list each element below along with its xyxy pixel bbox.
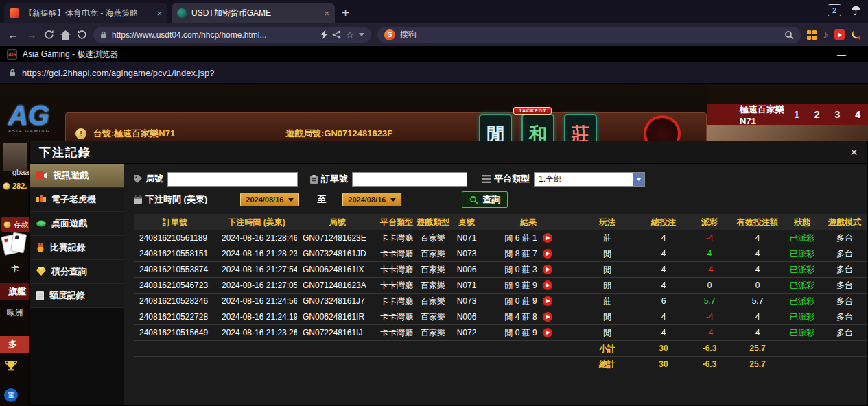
cell-total-bet: 4	[640, 312, 687, 322]
sidebar-item-slots[interactable]: 電子老虎機	[30, 188, 124, 212]
video-app-icon[interactable]	[834, 29, 845, 40]
cell-total-bet: 6	[640, 296, 687, 306]
cell-table-number: N071	[451, 233, 482, 243]
select-arrow-icon[interactable]	[633, 173, 644, 186]
cell-table-number: N073	[451, 249, 482, 259]
hall-item-europe[interactable]: 歐洲	[7, 307, 23, 319]
play-icon[interactable]	[543, 296, 552, 306]
cell-platform: 卡卡灣廳	[378, 327, 415, 339]
cell-round: GN006248161IX	[297, 265, 378, 274]
cell-game-type: 百家樂	[415, 232, 451, 244]
hall-item[interactable]: 卡	[11, 263, 19, 275]
cell-round: GN073248161JD	[297, 249, 378, 259]
sidebar-item-points-query[interactable]: 積分查詢	[30, 260, 124, 284]
bet-time-label: 下注時間 (美東)	[134, 193, 207, 206]
hall-item-electronic[interactable]: 電	[4, 388, 18, 402]
cell-status: 已派彩	[783, 232, 821, 244]
apps-grid-icon[interactable]	[807, 30, 817, 40]
sidebar-item-credit-records[interactable]: 額度記錄	[30, 284, 124, 308]
cell-play-type: 莊	[574, 296, 640, 307]
magnifier-icon[interactable]	[784, 30, 794, 40]
table-row: 240816210522728 2024-08-16 21:24:19 GN00…	[134, 309, 867, 325]
date-to-picker[interactable]: 2024/08/16	[342, 193, 401, 206]
cell-time: 2024-08-16 21:27:54	[216, 265, 297, 274]
cell-result: 閒 8 莊 7	[482, 248, 574, 260]
trophy-icon[interactable]	[4, 359, 18, 376]
cell-valid-bet: 4	[732, 233, 783, 243]
share-icon[interactable]	[332, 30, 341, 39]
home-icon[interactable]	[60, 30, 71, 40]
cell-play-type: 閒	[574, 311, 640, 323]
browser-tab-usdt-game[interactable]: USDT加密货币GAME ×	[172, 3, 335, 23]
sidebar-item-video-games[interactable]: 視訊遊戲	[30, 164, 124, 188]
table-body: 240816210561189 2024-08-16 21:28:46 GN07…	[134, 230, 867, 341]
music-icon[interactable]: ♪	[823, 29, 828, 41]
camera-icon	[36, 171, 47, 180]
play-icon[interactable]	[543, 265, 552, 274]
cell-game-type: 百家樂	[415, 280, 451, 291]
refresh-icon[interactable]	[44, 29, 54, 40]
lightning-icon[interactable]	[321, 30, 327, 39]
browser-tab-bar: 【新提醒】体育电竞 - 海燕策略 × USDT加密货币GAME × + 2	[0, 0, 868, 23]
jackpot-badge: JACKPOT	[513, 107, 552, 115]
star-icon[interactable]: ☆	[346, 29, 354, 40]
new-tab-button[interactable]: +	[342, 5, 349, 21]
total-label: 總計	[574, 359, 640, 370]
result-text: 閒 6 莊 1	[504, 232, 537, 244]
address-bar[interactable]: https://www.usdt04.com/hhcp/home.html...…	[93, 27, 371, 43]
platform-select[interactable]: 1.全部	[534, 172, 645, 187]
window-count-badge[interactable]: 2	[828, 4, 841, 16]
cell-payout: 5.7	[687, 296, 732, 306]
date-from-picker[interactable]: 2024/08/16	[240, 193, 299, 206]
avatar[interactable]	[3, 143, 27, 171]
cell-game-mode: 多台	[821, 327, 867, 339]
cell-time: 2024-08-16 21:24:56	[216, 296, 297, 306]
play-icon[interactable]	[543, 249, 552, 259]
play-icon[interactable]	[543, 312, 552, 322]
hall-item-flagship[interactable]: 旗艦	[0, 283, 29, 300]
play-icon[interactable]	[543, 280, 552, 290]
cell-platform: 卡卡灣廳	[378, 280, 415, 291]
cell-time: 2024-08-16 21:27:05	[216, 280, 297, 290]
cell-round: GN072248161IJ	[297, 328, 378, 337]
round-input[interactable]	[167, 172, 298, 187]
back-icon[interactable]: ←	[7, 29, 19, 40]
cell-status: 已派彩	[783, 327, 821, 339]
seat-numbers[interactable]: 1 2 3 4	[794, 109, 867, 120]
cell-game-mode: 多台	[821, 264, 867, 276]
cell-valid-bet: 4	[732, 328, 783, 337]
sidebar-item-label: 桌面遊戲	[51, 217, 87, 230]
undo-icon[interactable]	[77, 29, 87, 40]
table-header-row: 訂單號 下注時間 (美東) 局號 平台類型 遊戲類型 桌號 結果 玩法 總投注 …	[134, 214, 867, 230]
sidebar-item-table-games[interactable]: 桌面遊戲	[30, 212, 124, 236]
umbrella-icon[interactable]	[851, 5, 861, 16]
slot-machine-icon	[36, 195, 46, 204]
night-mode-icon[interactable]	[851, 29, 861, 40]
cell-play-type: 閒	[574, 280, 640, 291]
platform-select-value: 1.全部	[535, 174, 633, 185]
close-icon[interactable]: ×	[850, 145, 858, 160]
order-input[interactable]	[352, 172, 467, 187]
play-icon[interactable]	[543, 328, 552, 337]
cell-game-mode: 多台	[821, 296, 867, 307]
app-address-bar[interactable]: https://gci.2hhapi.com/agingame/pcv1/ind…	[0, 62, 868, 84]
hall-item-multi[interactable]: 多	[0, 336, 29, 353]
minimize-icon[interactable]: —	[837, 49, 861, 60]
browser-tab-sports[interactable]: 【新提醒】体育电竞 - 海燕策略 ×	[4, 3, 167, 23]
date-from-value: 2024/08/16	[246, 195, 283, 204]
tab-title: USDT加密货币GAME	[191, 8, 319, 19]
sogou-search-box[interactable]: S 搜狗	[377, 27, 801, 43]
forward-icon[interactable]: →	[25, 29, 38, 40]
close-tab-icon[interactable]: ×	[156, 8, 162, 19]
date-to-value: 2024/08/16	[348, 195, 386, 204]
close-tab-icon[interactable]: ×	[324, 8, 329, 19]
sidebar-item-match-records[interactable]: 比賽記錄	[30, 236, 124, 260]
info-icon[interactable]: !	[75, 128, 86, 139]
cards-icon	[3, 233, 30, 258]
cell-payout: 0	[687, 280, 732, 290]
cell-order: 240816210561189	[134, 233, 216, 243]
chevron-down-icon[interactable]	[359, 33, 364, 36]
query-button[interactable]: 查詢	[462, 191, 508, 208]
play-icon[interactable]	[543, 233, 552, 243]
cell-status: 已派彩	[783, 311, 821, 323]
